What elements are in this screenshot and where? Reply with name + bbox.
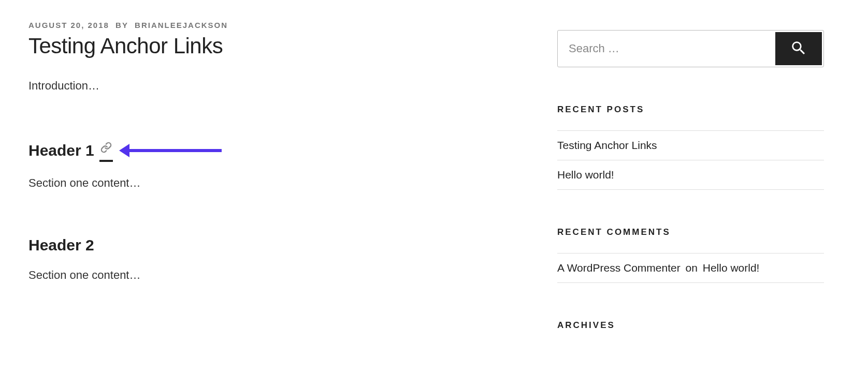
list-item: Testing Anchor Links	[557, 130, 824, 160]
recent-comments-list: A WordPress Commenter on Hello world!	[557, 253, 824, 283]
search-button[interactable]	[775, 32, 822, 65]
recent-post-link[interactable]: Hello world!	[557, 169, 614, 181]
post-author-link[interactable]: BRIANLEEJACKSON	[135, 21, 228, 29]
section-header-1: Header 1	[28, 139, 526, 162]
search-form	[557, 30, 824, 67]
section-1-text: Section one content…	[28, 176, 526, 190]
section-2-text: Section one content…	[28, 268, 526, 282]
search-icon	[790, 39, 807, 58]
comment-post-link[interactable]: Hello world!	[703, 262, 760, 274]
post-title: Testing Anchor Links	[28, 34, 526, 58]
recent-post-link[interactable]: Testing Anchor Links	[557, 139, 657, 151]
post-meta: AUGUST 20, 2018 BY BRIANLEEJACKSON	[28, 21, 526, 29]
list-item: Hello world!	[557, 160, 824, 190]
list-item: A WordPress Commenter on Hello world!	[557, 253, 824, 283]
comment-author-link[interactable]: A WordPress Commenter	[557, 262, 681, 274]
archives-title: ARCHIVES	[557, 320, 824, 331]
anchor-link-1[interactable]	[99, 139, 113, 162]
section-header-2: Header 2	[28, 236, 526, 254]
intro-text: Introduction…	[28, 79, 526, 93]
link-icon	[100, 139, 112, 157]
post-date: AUGUST 20, 2018	[28, 21, 109, 29]
annotation-arrow	[128, 149, 222, 152]
header-1-text: Header 1	[28, 142, 94, 159]
post-by-label: BY	[115, 21, 128, 29]
search-input[interactable]	[559, 32, 775, 65]
sidebar: RECENT POSTS Testing Anchor Links Hello …	[557, 21, 840, 346]
recent-posts-title: RECENT POSTS	[557, 105, 824, 115]
recent-comments-title: RECENT COMMENTS	[557, 227, 824, 237]
recent-posts-list: Testing Anchor Links Hello world!	[557, 130, 824, 190]
comment-on-label: on	[686, 262, 698, 274]
header-2-text: Header 2	[28, 236, 94, 254]
anchor-underline	[99, 160, 113, 162]
main-content: AUGUST 20, 2018 BY BRIANLEEJACKSON Testi…	[28, 21, 526, 346]
